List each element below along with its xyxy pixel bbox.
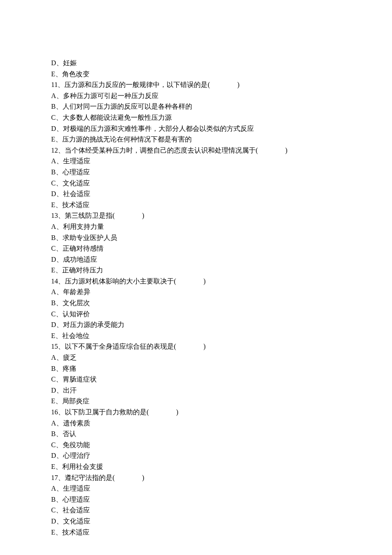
text-line: A、利用支持力量: [51, 221, 341, 232]
text-line: E、利用社会支援: [51, 461, 341, 472]
text-line: B、心理适应: [51, 167, 341, 178]
text-line: C、文化适应: [51, 178, 341, 189]
document-body: D、妊娠E、角色改变11、压力源和压力反应的一般规律中，以下错误的是( )A、多…: [51, 58, 341, 538]
text-line: B、否认: [51, 428, 341, 439]
text-line: A、生理适应: [51, 483, 341, 494]
text-line: C、认知评价: [51, 309, 341, 320]
text-line: 16、以下防卫属于自力救助的是( ): [51, 407, 341, 418]
text-line: C、正确对待感情: [51, 243, 341, 254]
text-line: D、社会适应: [51, 188, 341, 199]
text-line: A、遗传素质: [51, 418, 341, 429]
text-line: B、求助专业医护人员: [51, 232, 341, 243]
text-line: 13、第三线防卫是指( ): [51, 210, 341, 221]
text-line: D、出汗: [51, 385, 341, 396]
text-line: 12、当个体经受某种压力时，调整自己的态度去认识和处理情况属于( ): [51, 145, 341, 156]
text-line: A、疲乏: [51, 352, 341, 363]
text-line: E、角色改变: [51, 69, 341, 80]
text-line: 11、压力源和压力反应的一般规律中，以下错误的是( ): [51, 79, 341, 90]
text-line: E、压力源的挑战无论在何种情况下都是有害的: [51, 134, 341, 145]
text-line: E、社会地位: [51, 330, 341, 341]
text-line: C、大多数人都能设法避免一般性压力源: [51, 112, 341, 123]
text-line: B、心理适应: [51, 494, 341, 505]
text-line: D、妊娠: [51, 58, 341, 69]
text-line: B、疼痛: [51, 363, 341, 374]
text-line: D、对压力源的承受能力: [51, 319, 341, 330]
text-line: C、免役功能: [51, 439, 341, 451]
text-line: E、技术适应: [51, 199, 341, 211]
text-line: E、正确对待压力: [51, 265, 341, 276]
text-line: A、多种压力源可引起一种压力反应: [51, 90, 341, 101]
text-line: D、成功地适应: [51, 254, 341, 265]
text-line: E、局部炎症: [51, 396, 341, 407]
text-line: D、对极端的压力源和灾难性事件，大部分人都会以类似的方式反应: [51, 123, 341, 134]
text-line: B、人们对同一压力源的反应可以是各种各样的: [51, 101, 341, 112]
text-line: E、技术适应: [51, 527, 341, 538]
text-line: D、心理治疗: [51, 450, 341, 461]
text-line: C、胃肠道症状: [51, 374, 341, 385]
text-line: 14、压力源对机体影响的大小主要取决于( ): [51, 276, 341, 287]
text-line: 15、以下不属于全身适应综合征的表现是( ): [51, 341, 341, 352]
text-line: 17、遵纪守法指的是( ): [51, 472, 341, 483]
text-line: D、文化适应: [51, 516, 341, 527]
text-line: C、社会适应: [51, 505, 341, 516]
text-line: A、年龄差异: [51, 286, 341, 298]
text-line: A、生理适应: [51, 156, 341, 167]
text-line: B、文化层次: [51, 298, 341, 309]
